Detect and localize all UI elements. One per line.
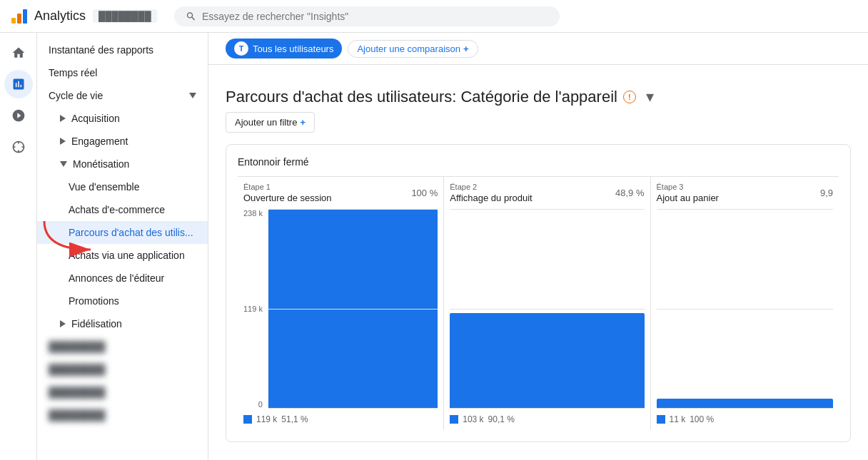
- sidebar-item-parcours[interactable]: Parcours d'achat des utilis... Parcours …: [37, 221, 208, 244]
- comparison-bar: T Tous les utilisateurs Ajouter une comp…: [208, 33, 868, 65]
- search-icon: [186, 11, 196, 22]
- app-title: Analytics: [34, 9, 86, 24]
- stage-1-header: Étape 1 Ouverture de session 100 %: [243, 183, 438, 203]
- nav-reports[interactable]: [4, 70, 33, 98]
- abandon-square-3: [657, 415, 665, 424]
- stage-1-pct: 100 %: [411, 188, 438, 198]
- grid-lines-3: [657, 209, 834, 409]
- sidebar-item-publisher-ads[interactable]: Annonces de l'éditeur: [37, 267, 208, 290]
- stage-3-bars: [657, 209, 834, 409]
- sidebar-promotions-label: Promotions: [69, 295, 119, 307]
- stage-2-abandon-value: 103 k: [463, 414, 483, 424]
- funnel-stage-2: Étape 2 Affichage du produit 48,9 %: [444, 177, 650, 430]
- stage-1-abandon-pct: 51,1 %: [281, 414, 308, 424]
- grid-line-top-3: [657, 209, 834, 210]
- user-badge-label: Tous les utilisateurs: [253, 44, 333, 54]
- sidebar-parcours-label: Parcours d'achat des utilis...: [69, 227, 193, 238]
- stage-3-name: Ajout au panier: [657, 193, 719, 203]
- stage-1-bar: [268, 209, 438, 409]
- sidebar-cycle-label: Cycle de vie: [49, 90, 103, 101]
- stage-2-pct: 48,9 %: [615, 188, 644, 198]
- y-label-0: 0: [258, 400, 263, 409]
- user-badge-letter: T: [234, 41, 248, 56]
- sidebar-item-fidelisation[interactable]: Fidélisation: [37, 312, 208, 335]
- main-layout: Instantané des rapports Temps réel Cycle…: [0, 33, 868, 460]
- stage-2-bar: [450, 313, 644, 409]
- page-title: Parcours d'achat des utilisateurs: Catég…: [226, 88, 851, 106]
- logo: Analytics ████████: [11, 9, 157, 24]
- stage-1-bars: [268, 209, 438, 409]
- stage-3-header: Étape 3 Ajout au panier 9,9: [657, 183, 834, 203]
- sidebar-item-promotions[interactable]: Promotions: [37, 290, 208, 312]
- add-filter-icon: +: [300, 117, 306, 128]
- dropdown-arrow-icon[interactable]: ▾: [642, 88, 659, 106]
- stage-3-label: Étape 3: [657, 183, 719, 191]
- sidebar: Instantané des rapports Temps réel Cycle…: [37, 33, 208, 460]
- sidebar-acquisition-label: Acquisition: [71, 113, 120, 124]
- add-comparison-icon: +: [463, 44, 469, 54]
- stage-2-chart: [450, 209, 644, 409]
- logo-icon: [11, 9, 27, 24]
- abandon-square-2: [450, 415, 458, 424]
- stage-1-abandon: 119 k 51,1 %: [243, 414, 438, 424]
- blurred-item-4: ████████: [37, 404, 208, 426]
- stage-1-abandon-value: 119 k: [256, 414, 277, 424]
- search-bar[interactable]: [174, 6, 560, 26]
- stage-2-abandon: 103 k 90,1 %: [450, 414, 644, 424]
- sidebar-item-app-purchases[interactable]: Achats via une application: [37, 244, 208, 267]
- add-comparison-button[interactable]: Ajouter une comparaison +: [348, 40, 478, 58]
- info-icon[interactable]: !: [623, 91, 636, 103]
- sidebar-fidelisation-label: Fidélisation: [71, 318, 122, 329]
- sidebar-item-overview[interactable]: Vue d'ensemble: [37, 175, 208, 198]
- sidebar-item-snapshot[interactable]: Instantané des rapports: [37, 39, 208, 61]
- stage-1-label: Étape 1: [243, 183, 332, 191]
- blurred-item-1: ████████: [37, 335, 208, 358]
- sidebar-item-realtime-label: Temps réel: [49, 67, 97, 78]
- sidebar-item-realtime[interactable]: Temps réel: [37, 61, 208, 84]
- sidebar-app-purchases-label: Achats via une application: [69, 250, 185, 261]
- stage-2-label: Étape 2: [450, 183, 532, 191]
- stage-1-name: Ouverture de session: [243, 193, 332, 203]
- stage-3-pct: 9,9: [820, 188, 833, 198]
- sidebar-monetisation-label: Monétisation: [73, 158, 129, 170]
- add-comparison-label: Ajouter une comparaison: [357, 44, 460, 54]
- add-filter-button[interactable]: Ajouter un filtre +: [226, 112, 315, 133]
- content: T Tous les utilisateurs Ajouter une comp…: [208, 33, 868, 460]
- stage-2-abandon-pct: 90,1 %: [488, 414, 515, 424]
- blurred-item-3: ████████: [37, 381, 208, 404]
- stage-3-abandon: 11 k 100 %: [657, 414, 834, 424]
- grid-line-mid-3: [657, 309, 834, 310]
- search-input[interactable]: [202, 11, 548, 22]
- sidebar-publisher-ads-label: Annonces de l'éditeur: [69, 272, 164, 284]
- chevron-down-icon: [60, 161, 67, 167]
- sidebar-item-snapshot-label: Instantané des rapports: [49, 44, 153, 56]
- sidebar-item-ecommerce[interactable]: Achats d'e-commerce: [37, 198, 208, 221]
- page-title-text: Parcours d'achat des utilisateurs: Catég…: [226, 88, 617, 106]
- filter-row: Ajouter un filtre +: [226, 112, 851, 133]
- user-badge[interactable]: T Tous les utilisateurs: [226, 39, 342, 58]
- sidebar-item-engagement[interactable]: Engagement: [37, 130, 208, 153]
- sidebar-item-monetisation[interactable]: Monétisation: [37, 153, 208, 175]
- funnel-title: Entonnoir fermé: [238, 156, 839, 168]
- chevron-right-icon: [60, 138, 66, 145]
- chevron-right-icon: [60, 320, 66, 327]
- nav-home[interactable]: [4, 39, 33, 67]
- nav-advertising[interactable]: [4, 133, 33, 161]
- y-label-119k: 119 k: [243, 305, 263, 313]
- stage-3-bar: [657, 399, 834, 409]
- icon-nav: [0, 33, 37, 460]
- nav-explore[interactable]: [4, 101, 33, 130]
- sidebar-engagement-label: Engagement: [71, 136, 128, 147]
- grid-line-top-2: [450, 209, 644, 210]
- stage-1-y-axis: 238 k 119 k 0: [243, 209, 263, 409]
- stage-3-abandon-pct: 100 %: [690, 414, 714, 424]
- chevron-down-icon: [189, 93, 196, 98]
- sidebar-overview-label: Vue d'ensemble: [69, 181, 139, 193]
- sidebar-item-acquisition[interactable]: Acquisition: [37, 107, 208, 130]
- sidebar-section-cycle[interactable]: Cycle de vie: [37, 84, 208, 107]
- stage-3-abandon-value: 11 k: [670, 414, 686, 424]
- stage-2-header: Étape 2 Affichage du produit 48,9 %: [450, 183, 644, 203]
- topbar: Analytics ████████: [0, 0, 868, 33]
- grid-line-mid-2: [450, 309, 644, 310]
- chevron-right-icon: [60, 115, 66, 122]
